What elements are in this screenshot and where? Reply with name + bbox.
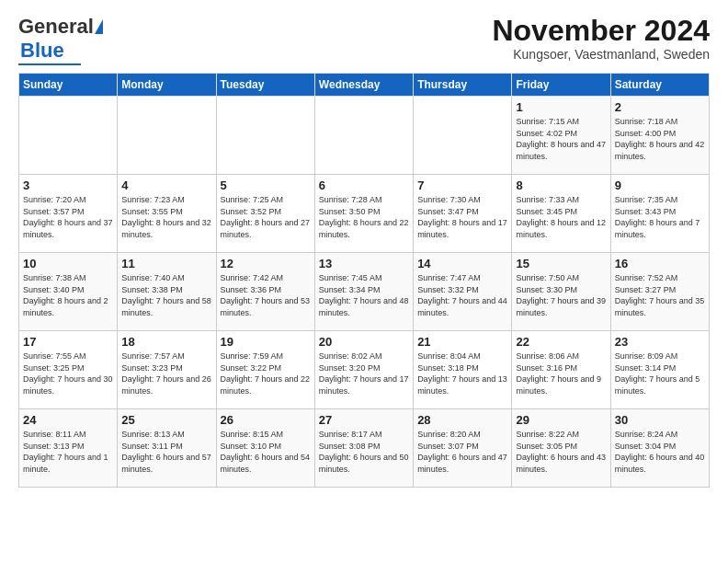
calendar-cell xyxy=(314,97,413,175)
day-number: 16 xyxy=(615,257,705,270)
calendar-cell: 11Sunrise: 7:40 AM Sunset: 3:38 PM Dayli… xyxy=(118,253,216,331)
day-number: 11 xyxy=(121,257,211,270)
calendar-cell: 1Sunrise: 7:15 AM Sunset: 4:02 PM Daylig… xyxy=(512,97,610,175)
day-number: 18 xyxy=(121,335,211,349)
calendar: Sunday Monday Tuesday Wednesday Thursday… xyxy=(18,73,710,488)
calendar-cell: 12Sunrise: 7:42 AM Sunset: 3:36 PM Dayli… xyxy=(216,253,314,331)
day-info: Sunrise: 7:33 AM Sunset: 3:45 PM Dayligh… xyxy=(516,194,606,240)
calendar-week-row: 10Sunrise: 7:38 AM Sunset: 3:40 PM Dayli… xyxy=(19,253,710,331)
calendar-cell: 19Sunrise: 7:59 AM Sunset: 3:22 PM Dayli… xyxy=(216,331,314,409)
day-number: 6 xyxy=(319,178,409,192)
calendar-cell: 20Sunrise: 8:02 AM Sunset: 3:20 PM Dayli… xyxy=(314,331,413,409)
header: General Blue November 2024 Kungsoer, Vae… xyxy=(18,15,710,65)
day-info: Sunrise: 7:40 AM Sunset: 3:38 PM Dayligh… xyxy=(121,272,211,318)
calendar-header-row: Sunday Monday Tuesday Wednesday Thursday… xyxy=(19,74,710,97)
day-number: 17 xyxy=(23,335,113,349)
day-info: Sunrise: 7:28 AM Sunset: 3:50 PM Dayligh… xyxy=(319,194,409,240)
day-info: Sunrise: 7:52 AM Sunset: 3:27 PM Dayligh… xyxy=(615,272,705,318)
day-info: Sunrise: 7:23 AM Sunset: 3:55 PM Dayligh… xyxy=(121,194,211,240)
logo-underline xyxy=(18,63,81,65)
day-number: 23 xyxy=(615,335,705,349)
day-info: Sunrise: 7:59 AM Sunset: 3:22 PM Dayligh… xyxy=(221,350,311,396)
calendar-cell xyxy=(19,97,118,175)
col-friday: Friday xyxy=(512,74,610,97)
day-info: Sunrise: 7:50 AM Sunset: 3:30 PM Dayligh… xyxy=(516,272,606,318)
day-number: 2 xyxy=(615,100,705,114)
col-wednesday: Wednesday xyxy=(314,74,413,97)
calendar-cell: 23Sunrise: 8:09 AM Sunset: 3:14 PM Dayli… xyxy=(610,331,709,409)
calendar-cell: 22Sunrise: 8:06 AM Sunset: 3:16 PM Dayli… xyxy=(512,331,610,409)
page: General Blue November 2024 Kungsoer, Vae… xyxy=(0,0,728,497)
day-number: 3 xyxy=(23,178,113,192)
calendar-cell xyxy=(118,97,216,175)
calendar-cell: 8Sunrise: 7:33 AM Sunset: 3:45 PM Daylig… xyxy=(512,175,610,253)
day-info: Sunrise: 8:02 AM Sunset: 3:20 PM Dayligh… xyxy=(319,350,409,396)
day-info: Sunrise: 7:38 AM Sunset: 3:40 PM Dayligh… xyxy=(23,272,113,318)
calendar-cell: 13Sunrise: 7:45 AM Sunset: 3:34 PM Dayli… xyxy=(314,253,413,331)
day-info: Sunrise: 8:04 AM Sunset: 3:18 PM Dayligh… xyxy=(417,350,507,396)
logo-blue: Blue xyxy=(20,39,64,63)
calendar-cell: 25Sunrise: 8:13 AM Sunset: 3:11 PM Dayli… xyxy=(118,409,216,488)
col-sunday: Sunday xyxy=(19,74,118,97)
logo-general: General xyxy=(18,15,94,39)
day-number: 14 xyxy=(417,257,507,270)
day-info: Sunrise: 7:47 AM Sunset: 3:32 PM Dayligh… xyxy=(417,272,507,318)
col-thursday: Thursday xyxy=(414,74,512,97)
calendar-cell: 14Sunrise: 7:47 AM Sunset: 3:32 PM Dayli… xyxy=(414,253,512,331)
calendar-cell: 28Sunrise: 8:20 AM Sunset: 3:07 PM Dayli… xyxy=(414,409,512,488)
day-info: Sunrise: 8:22 AM Sunset: 3:05 PM Dayligh… xyxy=(516,429,606,475)
day-number: 24 xyxy=(23,413,113,427)
day-number: 15 xyxy=(516,257,606,270)
calendar-cell: 24Sunrise: 8:11 AM Sunset: 3:13 PM Dayli… xyxy=(19,409,118,488)
day-info: Sunrise: 7:57 AM Sunset: 3:23 PM Dayligh… xyxy=(121,350,211,396)
calendar-cell: 3Sunrise: 7:20 AM Sunset: 3:57 PM Daylig… xyxy=(19,175,118,253)
day-info: Sunrise: 7:25 AM Sunset: 3:52 PM Dayligh… xyxy=(221,194,311,240)
day-number: 9 xyxy=(615,178,705,192)
day-info: Sunrise: 7:55 AM Sunset: 3:25 PM Dayligh… xyxy=(23,350,113,396)
day-number: 19 xyxy=(221,335,311,349)
day-number: 12 xyxy=(221,257,311,270)
calendar-cell: 26Sunrise: 8:15 AM Sunset: 3:10 PM Dayli… xyxy=(216,409,314,488)
day-info: Sunrise: 8:24 AM Sunset: 3:04 PM Dayligh… xyxy=(615,429,705,475)
day-info: Sunrise: 8:09 AM Sunset: 3:14 PM Dayligh… xyxy=(615,350,705,396)
calendar-cell: 18Sunrise: 7:57 AM Sunset: 3:23 PM Dayli… xyxy=(118,331,216,409)
logo: General Blue xyxy=(18,15,104,65)
day-number: 25 xyxy=(121,413,211,427)
day-number: 1 xyxy=(516,100,606,114)
calendar-cell: 30Sunrise: 8:24 AM Sunset: 3:04 PM Dayli… xyxy=(610,409,709,488)
day-number: 13 xyxy=(319,257,409,270)
calendar-cell: 10Sunrise: 7:38 AM Sunset: 3:40 PM Dayli… xyxy=(19,253,118,331)
day-info: Sunrise: 8:06 AM Sunset: 3:16 PM Dayligh… xyxy=(516,350,606,396)
page-subtitle: Kungsoer, Vaestmanland, Sweden xyxy=(492,47,710,62)
calendar-cell xyxy=(216,97,314,175)
day-info: Sunrise: 7:45 AM Sunset: 3:34 PM Dayligh… xyxy=(319,272,409,318)
day-info: Sunrise: 7:35 AM Sunset: 3:43 PM Dayligh… xyxy=(615,194,705,240)
day-number: 27 xyxy=(319,413,409,427)
day-number: 22 xyxy=(516,335,606,349)
day-info: Sunrise: 7:30 AM Sunset: 3:47 PM Dayligh… xyxy=(417,194,507,240)
col-saturday: Saturday xyxy=(610,74,709,97)
day-number: 21 xyxy=(417,335,507,349)
day-number: 20 xyxy=(319,335,409,349)
day-number: 8 xyxy=(516,178,606,192)
day-info: Sunrise: 7:20 AM Sunset: 3:57 PM Dayligh… xyxy=(23,194,113,240)
day-number: 5 xyxy=(221,178,311,192)
day-number: 28 xyxy=(417,413,507,427)
calendar-week-row: 3Sunrise: 7:20 AM Sunset: 3:57 PM Daylig… xyxy=(19,175,710,253)
day-number: 26 xyxy=(221,413,311,427)
day-info: Sunrise: 8:17 AM Sunset: 3:08 PM Dayligh… xyxy=(319,429,409,475)
calendar-week-row: 24Sunrise: 8:11 AM Sunset: 3:13 PM Dayli… xyxy=(19,409,710,488)
calendar-cell xyxy=(414,97,512,175)
calendar-cell: 17Sunrise: 7:55 AM Sunset: 3:25 PM Dayli… xyxy=(19,331,118,409)
day-info: Sunrise: 8:13 AM Sunset: 3:11 PM Dayligh… xyxy=(121,429,211,475)
day-number: 29 xyxy=(516,413,606,427)
day-info: Sunrise: 7:15 AM Sunset: 4:02 PM Dayligh… xyxy=(516,116,606,162)
day-info: Sunrise: 8:11 AM Sunset: 3:13 PM Dayligh… xyxy=(23,429,113,475)
day-number: 4 xyxy=(121,178,211,192)
calendar-cell: 2Sunrise: 7:18 AM Sunset: 4:00 PM Daylig… xyxy=(610,97,709,175)
calendar-week-row: 17Sunrise: 7:55 AM Sunset: 3:25 PM Dayli… xyxy=(19,331,710,409)
col-monday: Monday xyxy=(118,74,216,97)
day-number: 30 xyxy=(615,413,705,427)
title-block: November 2024 Kungsoer, Vaestmanland, Sw… xyxy=(492,15,710,62)
day-info: Sunrise: 8:15 AM Sunset: 3:10 PM Dayligh… xyxy=(221,429,311,475)
